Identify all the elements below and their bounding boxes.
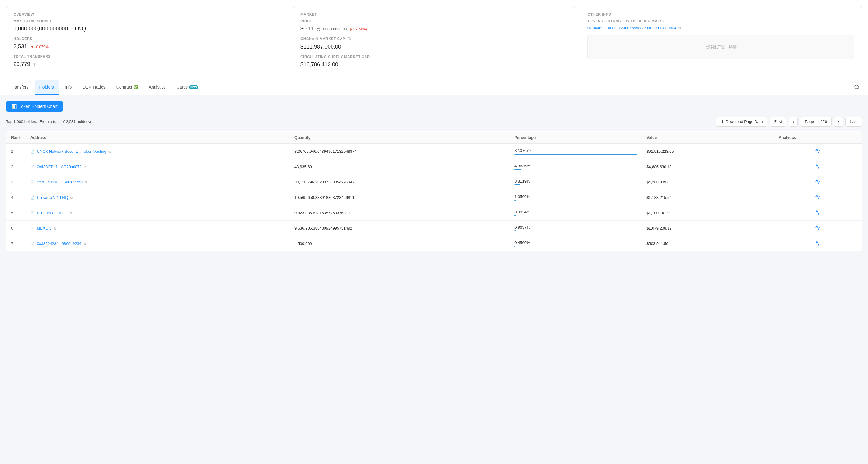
cell-value-2: $4,268,809.65 [642,175,774,190]
pct-bar-2 [515,184,520,185]
transfers-label: TOTAL TRANSFERS [13,55,281,59]
analytics-chart-icon-5[interactable] [815,226,820,231]
analytics-chart-icon-3[interactable] [815,195,820,200]
tab-dex-trades[interactable]: DEX Trades [78,81,110,95]
contract-address-link[interactable]: 0xd4f4d0a10bcae123bb6655e8fe93a30d01eebd… [587,26,676,30]
max-supply-label: MAX TOTAL SUPPLY [13,19,281,23]
cell-pct-6: 0.4500% [510,236,642,251]
col-rank: Rank [6,132,26,144]
address-link-5[interactable]: MEXC 3 [37,226,51,230]
chart-btn-icon: 📊 [11,104,17,109]
circ-cap-value: $16,786,412.00 [301,61,567,68]
cell-quantity-0: 820,766,946.643949017132048874 [290,144,510,159]
tab-transfers[interactable]: Transfers [6,81,33,95]
cell-rank-3: 4 [6,190,26,205]
analytics-chart-icon-0[interactable] [815,149,820,154]
svg-line-1 [858,88,859,89]
pct-bar-3 [515,200,516,201]
cell-value-6: $503,941.50 [642,236,774,251]
cell-analytics-2 [774,175,862,190]
address-link-4[interactable]: Null: 0x00...dEaD [37,211,67,215]
pct-bar-6 [515,246,515,247]
cell-address-3: 📄 Uniswap V2: LNQ ⧉ [26,190,290,205]
cell-pct-3: 1.0566% [510,190,642,205]
col-analytics: Analytics [774,132,862,144]
max-supply-value: 1,000,000,000,000000… LNQ [13,26,281,32]
cell-analytics-6 [774,236,862,251]
transfers-info-icon: ⓘ [33,63,36,67]
cell-address-5: 📄 MEXC 3 ⧉ [26,221,290,236]
cell-value-3: $1,183,215.54 [642,190,774,205]
circ-cap-section: CIRCULATING SUPPLY MARKET CAP $16,786,41… [301,55,567,68]
analytics-chart-icon-1[interactable] [815,164,820,169]
address-link-1[interactable]: 0xff3DEDc1...AC29a0872 [37,164,82,169]
address-link-3[interactable]: Uniswap V2: LNQ [37,195,68,200]
tab-analytics[interactable]: Analytics [144,81,170,95]
file-icon-4: 📄 [30,211,35,215]
file-icon-1: 📄 [30,165,35,169]
chart-btn-label: Token Holders Chart [19,104,58,109]
cell-address-2: 📄 0x786d0536...D901C27b8 ⧉ [26,175,290,190]
table-header-row: Top 1,000 holders (From a total of 2,531… [6,117,862,127]
holders-section: HOLDERS 2,531 ▼ -0.079% [13,37,281,50]
cell-rank-2: 3 [6,175,26,190]
copy-contract-icon[interactable]: ⧉ [678,26,681,30]
last-page-button[interactable]: Last [845,117,862,127]
table-row: 5 📄 Null: 0x00...dEaD ⧉ 9,823,836.618163… [6,205,862,221]
address-link-6[interactable]: 0x38604284...9869a9236 [37,241,81,246]
token-holders-chart-button[interactable]: 📊 Token Holders Chart [6,101,63,112]
cell-analytics-3 [774,190,862,205]
analytics-chart-icon-2[interactable] [815,180,820,185]
cell-rank-0: 1 [6,144,26,159]
col-quantity: Quantity [290,132,510,144]
cell-value-5: $1,079,208.12 [642,221,774,236]
cell-analytics-4 [774,205,862,221]
table-row: 6 📄 MEXC 3 ⧉ 9,636,905.38548092499573149… [6,221,862,236]
copy-icon-2[interactable]: ⧉ [85,181,87,184]
contract-label: TOKEN CONTRACT (WITH 18 DECIMALS) [587,19,855,23]
holders-label: HOLDERS [13,37,281,41]
address-link-2[interactable]: 0x786d0536...D901C27b8 [37,180,83,184]
search-icon[interactable] [852,82,862,93]
tab-info[interactable]: Info [60,81,76,95]
col-value: Value [642,132,774,144]
analytics-chart-icon-6[interactable] [815,241,820,246]
onchain-cap-value: $111,987,000.00 [301,44,567,50]
other-info-title: Other Info [587,12,855,17]
content-area: 📊 Token Holders Chart Top 1,000 holders … [0,95,868,257]
pct-text-6: 0.4500% [515,241,637,245]
analytics-chart-icon-4[interactable] [815,211,820,216]
download-page-data-button[interactable]: ⬇ Download Page Data [716,117,767,127]
holders-table: Rank Address Quantity Percentage Value A… [6,131,862,251]
cell-quantity-6: 4,500,000 [290,236,510,251]
tab-holders[interactable]: Holders [35,81,59,95]
cell-rank-4: 5 [6,205,26,221]
cell-analytics-0 [774,144,862,159]
pct-text-4: 0.9824% [515,210,637,214]
cell-quantity-2: 38,118,796.382837503054295347 [290,175,510,190]
cell-rank-1: 2 [6,159,26,175]
table-row: 4 📄 Uniswap V2: LNQ ⧉ 10,565,650.8389188… [6,190,862,205]
tab-cards[interactable]: Cards New [172,81,203,95]
copy-icon-5[interactable]: ⧉ [54,226,56,230]
copy-icon-6[interactable]: ⧉ [84,242,86,246]
pct-text-2: 3.8119% [515,179,637,184]
top-cards-section: Overview MAX TOTAL SUPPLY 1,000,000,000,… [0,0,868,81]
cell-quantity-4: 9,823,836.618163572503763171 [290,205,510,221]
table-row: 3 📄 0x786d0536...D901C27b8 ⧉ 38,118,796.… [6,175,862,190]
table-thead: Rank Address Quantity Percentage Value A… [6,132,862,144]
copy-icon-4[interactable]: ⧉ [70,211,72,215]
cell-rank-6: 7 [6,236,26,251]
prev-page-button[interactable]: ‹ [789,117,798,127]
cell-analytics-1 [774,159,862,175]
first-page-button[interactable]: First [770,117,786,127]
pct-bar-1 [515,169,521,170]
copy-icon-0[interactable]: ⧉ [108,150,111,153]
tab-contract[interactable]: Contract ✅ [112,81,143,95]
copy-icon-3[interactable]: ⧉ [70,196,73,199]
next-page-button[interactable]: › [834,117,843,127]
col-percentage: Percentage [510,132,642,144]
address-link-0[interactable]: UNCX Network Security : Token Vesting [37,149,106,154]
copy-icon-1[interactable]: ⧉ [84,165,87,169]
table-row: 2 📄 0xff3DEDc1...AC29a0872 ⧉ 43,635,691 … [6,159,862,175]
